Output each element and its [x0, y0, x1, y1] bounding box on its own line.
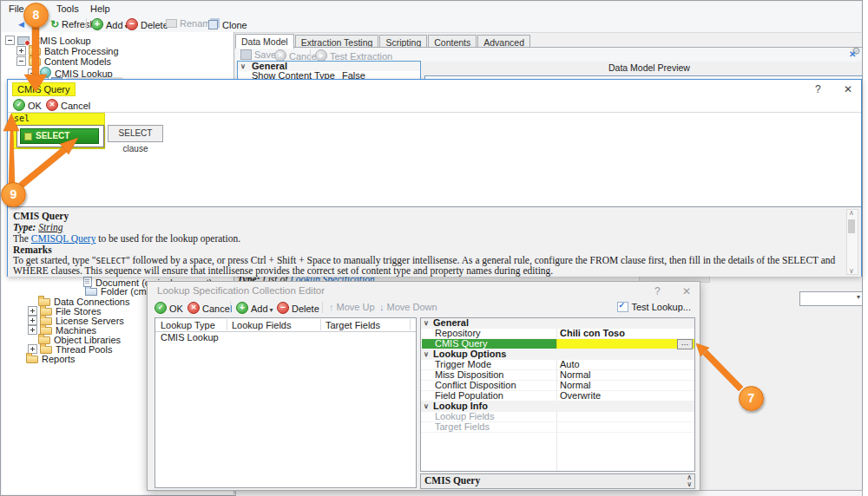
ellipsis-button[interactable]: …: [677, 339, 693, 349]
move-up-label: Move Up: [337, 302, 375, 312]
tree-item-content-models[interactable]: Content Models: [2, 56, 111, 67]
delete-button[interactable]: Delete: [277, 302, 319, 314]
help-pane: CMIS Query Type: String The CMISQL Query…: [8, 206, 861, 277]
menu-file[interactable]: File: [9, 3, 24, 14]
scroll-down-icon[interactable]: ∨: [849, 267, 854, 275]
folder-icon: [29, 58, 41, 66]
ok-label: OK: [28, 101, 42, 111]
expand-icon[interactable]: [28, 325, 37, 335]
row-lookup-type: CMIS Lookup: [161, 332, 219, 343]
ok-button[interactable]: OK: [13, 99, 42, 111]
test-extraction-button[interactable]: Test Extraction: [315, 49, 392, 62]
description-text: to be used for the lookup operation.: [95, 233, 240, 244]
query-editor[interactable]: sel SELECT SELECT clause: [8, 112, 861, 207]
delete-button[interactable]: Delete: [126, 18, 168, 30]
ok-label: OK: [169, 303, 183, 314]
property-value: Overwrite: [560, 391, 601, 401]
expand-icon[interactable]: [28, 316, 37, 325]
clone-button[interactable]: Clone: [207, 18, 247, 30]
tree-item-reports[interactable]: Reports: [2, 354, 76, 364]
intellisense-item-select[interactable]: SELECT: [20, 128, 99, 144]
tools-icon[interactable]: [849, 46, 863, 60]
help-title: CMIS Query: [13, 211, 69, 221]
save-icon: [240, 49, 252, 60]
lookup-property-grid: General RepositoryChili con Toso CMIS Qu…: [420, 317, 695, 472]
arrow-up-icon: ↑: [329, 302, 334, 312]
chevron-down-icon: [268, 303, 273, 314]
cancel-label: Cancel: [61, 101, 90, 111]
tab-strip: Data ModelExtraction TestingScriptingCon…: [235, 34, 531, 48]
column-lookup-fields[interactable]: Lookup Fields: [232, 320, 292, 330]
toolbar-separator: [322, 302, 323, 313]
property-value: [556, 339, 694, 349]
column-target-fields[interactable]: Target Fields: [326, 320, 380, 330]
property-value: Auto: [560, 360, 580, 369]
add-label: Add: [106, 20, 123, 30]
tree-item-label: Batch Processing: [44, 46, 119, 56]
tree-item-cmis-lookup-root[interactable]: CMIS Lookup: [2, 36, 91, 46]
cancel-button[interactable]: Cancel: [187, 302, 232, 314]
menu-bar: File Tools Help: [2, 2, 861, 17]
move-down-button[interactable]: ↓Move Down: [379, 302, 437, 312]
refresh-label: Refresh: [62, 19, 95, 29]
add-button[interactable]: Add: [91, 18, 128, 30]
cancel-button[interactable]: Cancel: [274, 49, 319, 62]
save-button[interactable]: Save: [240, 49, 276, 60]
dialog-title: CMIS Query: [12, 82, 76, 96]
help-type-line: Type: String: [13, 222, 62, 232]
window-bottom-panel: [235, 490, 863, 496]
move-up-button[interactable]: ↑Move Up: [329, 302, 375, 312]
close-icon[interactable]: ✕: [844, 83, 852, 95]
data-model-preview-title: Data Model Preview: [608, 62, 690, 73]
tree-item-cmis-lookup-model[interactable]: CMIS Lookup: [2, 67, 113, 77]
type-label: Type:: [13, 222, 36, 232]
tab-data-model[interactable]: Data Model: [235, 34, 294, 49]
tree-item-batch-processing[interactable]: Batch Processing: [2, 46, 119, 56]
expand-icon[interactable]: [28, 306, 37, 316]
menu-help[interactable]: Help: [90, 3, 110, 14]
section-label: Lookup Info: [433, 401, 488, 411]
scroll-thumb[interactable]: [848, 219, 855, 233]
property-value: Normal: [560, 370, 590, 380]
property-value: Normal: [560, 381, 590, 390]
move-down-label: Move Down: [387, 302, 437, 312]
property-row-target-fields[interactable]: Target Fields: [421, 422, 694, 433]
help-button[interactable]: ?: [815, 83, 821, 95]
cancel-label: Cancel: [202, 303, 232, 314]
ok-button[interactable]: OK: [155, 302, 183, 314]
rename-icon: [166, 19, 177, 28]
cancel-button[interactable]: Cancel: [46, 99, 90, 111]
collapse-icon[interactable]: [5, 36, 15, 45]
scroll-down-icon[interactable]: ∨: [687, 481, 692, 488]
help-button[interactable]: ?: [654, 285, 661, 297]
table-header: Lookup Type Lookup Fields Target Fields: [155, 318, 416, 332]
intellisense-list: SELECT: [16, 125, 104, 147]
cancel-icon: [274, 49, 286, 62]
editor-text[interactable]: sel: [14, 114, 30, 123]
close-icon[interactable]: ✕: [682, 285, 691, 297]
expand-icon[interactable]: [16, 46, 26, 55]
background-combobox[interactable]: [799, 291, 863, 306]
menu-tools[interactable]: Tools: [56, 3, 79, 14]
folder-icon: [29, 48, 41, 55]
column-divider: [320, 319, 321, 330]
remarks-title: Remarks: [13, 245, 52, 255]
callout-8: 8: [23, 3, 49, 28]
delete-label: Delete: [292, 303, 319, 314]
column-lookup-type[interactable]: Lookup Type: [161, 320, 215, 330]
collapse-icon[interactable]: [16, 56, 26, 66]
remarks-code: SELECT: [96, 256, 126, 265]
add-button[interactable]: Add: [236, 302, 273, 314]
table-row[interactable]: CMIS Lookup: [155, 332, 416, 343]
help-scrollbar[interactable]: ∧∨: [846, 209, 858, 275]
test-lookup-button[interactable]: Test Lookup...: [617, 302, 692, 312]
dialog-title: Lookup Specification Collection Editor: [157, 285, 325, 296]
save-label: Save: [254, 49, 276, 60]
intellisense-tooltip: SELECT clause: [108, 125, 163, 142]
cmisql-query-link[interactable]: CMISQL Query: [31, 233, 96, 244]
back-button[interactable]: [18, 18, 24, 29]
refresh-button[interactable]: Refresh: [50, 18, 95, 30]
remarks-segment: " followed by a space, or press Ctrl + S…: [13, 255, 835, 276]
scroll-up-icon[interactable]: ∧: [849, 209, 854, 217]
refresh-icon: [50, 19, 62, 29]
